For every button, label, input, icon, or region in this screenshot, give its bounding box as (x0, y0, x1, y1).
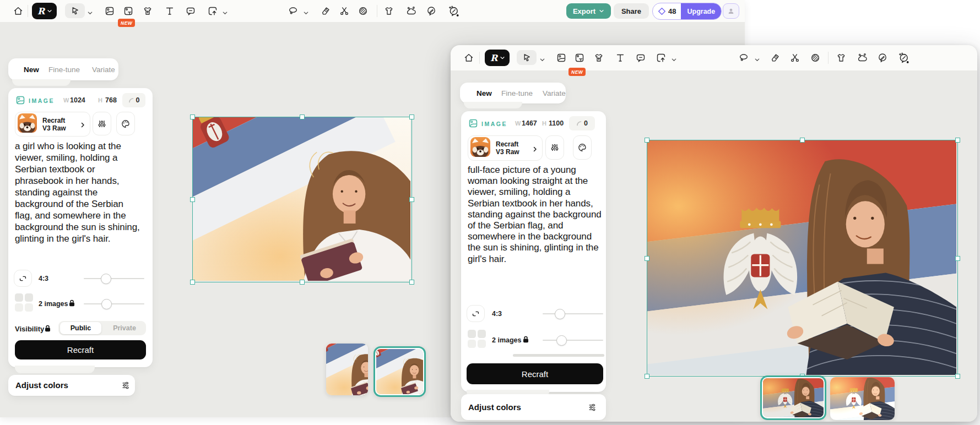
overlay-tab-variate[interactable]: Variate (543, 83, 566, 103)
height-value[interactable]: 768 (105, 96, 117, 104)
style-palette-button[interactable] (573, 135, 592, 160)
main-tab-variate[interactable]: Variate (92, 58, 115, 80)
count-slider-knob[interactable] (556, 335, 567, 346)
mockup-shirt-tool[interactable] (834, 51, 848, 65)
text-tool[interactable] (163, 4, 177, 18)
scissors-tool[interactable] (337, 4, 351, 18)
corner-radius-field[interactable]: 0 (122, 93, 145, 107)
apparel-add-tool[interactable] (140, 4, 155, 18)
sketch-balloon-tool[interactable] (424, 4, 438, 18)
overlay-tab-new[interactable]: New (477, 83, 492, 103)
overlay-result-thumbnail-1-selected[interactable] (760, 375, 826, 420)
main-tab-new[interactable]: New (24, 58, 39, 80)
visibility-public-option[interactable]: Public (60, 322, 101, 334)
recraft-generate-button[interactable]: Recraft (15, 340, 146, 359)
height-value[interactable]: 1100 (549, 119, 564, 127)
lasso-tool-chevron[interactable] (754, 55, 760, 65)
overlay-canvas-image[interactable] (647, 140, 956, 375)
eraser-tool[interactable] (768, 51, 782, 65)
visibility-private-option[interactable]: Private (105, 322, 144, 334)
model-settings-button[interactable] (545, 135, 564, 160)
user-avatar[interactable] (723, 3, 739, 19)
model-selector[interactable]: Recraft V3 Raw (468, 135, 543, 161)
ai-balloon-tool[interactable] (446, 4, 461, 18)
share-button[interactable]: Share (614, 3, 649, 19)
upload-tool-chevron[interactable] (671, 55, 677, 65)
credits-upgrade-control[interactable]: 48 Upgrade (652, 3, 722, 20)
eraser-tool[interactable] (318, 4, 333, 18)
selection-handle-l[interactable] (190, 197, 195, 202)
sketch-balloon-tool[interactable] (875, 51, 890, 65)
image-tool[interactable] (102, 4, 117, 18)
ratio-button[interactable] (467, 305, 485, 322)
main-adjust-colors-card[interactable]: Adjust colors (8, 375, 135, 396)
upgrade-button[interactable]: Upgrade (681, 3, 721, 19)
texture-tool[interactable] (808, 51, 822, 65)
width-value[interactable]: 1467 (522, 119, 537, 127)
cloud-nodes-tool[interactable] (404, 4, 418, 18)
select-tool[interactable] (65, 3, 85, 18)
adjust-colors-icon[interactable] (587, 402, 597, 415)
corner-radius-field[interactable]: 0 (569, 116, 595, 130)
ratio-slider[interactable] (84, 278, 144, 279)
selection-handle-tl[interactable] (645, 138, 649, 143)
selection-handle-r[interactable] (955, 256, 960, 261)
select-tool-chevron[interactable] (87, 8, 93, 18)
selection-handle-l[interactable] (645, 256, 649, 261)
main-result-thumbnail-2-selected[interactable] (373, 346, 426, 397)
select-tool-chevron[interactable] (539, 55, 545, 65)
ratio-slider[interactable] (543, 313, 603, 314)
count-slider[interactable] (543, 340, 603, 341)
count-slider-knob[interactable] (101, 299, 112, 309)
count-slider[interactable] (84, 303, 144, 304)
lasso-tool-chevron[interactable] (303, 8, 309, 18)
recraft-generate-button[interactable]: Recraft (467, 363, 603, 384)
overlay-tab-fine-tune[interactable]: Fine-tune (501, 83, 533, 103)
selection-handle-t[interactable] (300, 115, 305, 119)
main-result-thumbnail-1[interactable] (326, 344, 368, 395)
ai-balloon-tool[interactable] (896, 51, 911, 65)
recraft-logo-menu[interactable]: R (485, 50, 510, 66)
selection-handle-bl[interactable] (645, 374, 649, 379)
home-button[interactable] (11, 4, 25, 18)
width-value[interactable]: 1024 (70, 96, 85, 104)
selection-handle-br[interactable] (955, 374, 960, 379)
lasso-tool[interactable] (286, 4, 300, 18)
home-button[interactable] (462, 51, 476, 65)
image-tool[interactable] (554, 51, 568, 65)
image-text-tool[interactable] (121, 4, 136, 18)
selection-handle-t[interactable] (800, 138, 805, 143)
prompt-text[interactable]: full-face picture of a young woman looki… (468, 165, 604, 265)
lasso-tool[interactable] (737, 51, 751, 65)
upload-tool-chevron[interactable] (222, 8, 228, 18)
selection-handle-br[interactable] (409, 280, 414, 285)
main-canvas-image[interactable] (193, 117, 410, 281)
overlay-canvas[interactable]: New Fine-tune Variate IMAGE W 1467 H 110… (451, 70, 977, 422)
selection-handle-b[interactable] (300, 280, 305, 285)
style-palette-button[interactable] (116, 112, 135, 135)
overlay-result-thumbnail-2[interactable] (830, 377, 895, 420)
selection-handle-r[interactable] (409, 197, 414, 202)
comment-tool[interactable] (634, 51, 648, 65)
image-text-tool[interactable] (572, 51, 587, 65)
selection-handle-bl[interactable] (190, 280, 195, 285)
adjust-colors-icon[interactable] (121, 380, 131, 393)
texture-tool[interactable] (356, 4, 370, 18)
pointer-upload-tool[interactable] (654, 51, 668, 65)
cloud-nodes-tool[interactable] (855, 51, 869, 65)
overlay-adjust-colors-card[interactable]: Adjust colors (461, 394, 606, 420)
text-tool[interactable] (613, 51, 627, 65)
pointer-upload-tool[interactable] (205, 4, 220, 18)
selection-handle-tr[interactable] (955, 138, 960, 143)
ratio-button[interactable] (14, 270, 32, 287)
model-settings-button[interactable] (93, 112, 111, 135)
model-selector[interactable]: Recraft V3 Raw (15, 112, 90, 137)
scissors-tool[interactable] (788, 51, 802, 65)
selection-handle-tr[interactable] (409, 115, 414, 119)
select-tool[interactable] (517, 50, 537, 65)
comment-tool[interactable] (183, 4, 198, 18)
recraft-logo-menu[interactable]: R (32, 3, 57, 19)
main-tab-fine-tune[interactable]: Fine-tune (48, 58, 80, 80)
ratio-slider-knob[interactable] (101, 274, 111, 284)
export-button[interactable]: Export (566, 3, 611, 19)
